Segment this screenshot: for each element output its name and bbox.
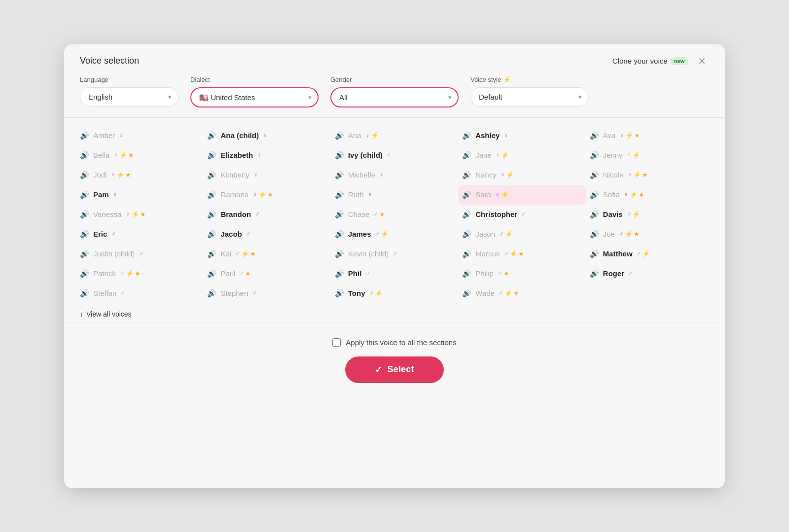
list-item[interactable]: 🔊Roger♂	[586, 264, 713, 284]
female-icon: ♀	[627, 151, 632, 159]
male-icon: ♂	[239, 270, 244, 277]
dialect-label: Dialect	[190, 76, 319, 83]
voice-selection-dialog: Voice selection Clone your voice new ✕ L…	[64, 44, 725, 488]
list-item[interactable]: 🔊Pam♀	[76, 185, 203, 205]
list-item[interactable]: 🔊Patrick♂⚡★	[76, 264, 203, 284]
voice-name: Elizabeth	[220, 151, 253, 159]
list-item[interactable]: 🔊Jane♀⚡	[458, 145, 585, 165]
voice-name: Patrick	[93, 269, 116, 278]
female-icon: ♀	[263, 132, 268, 139]
speaker-icon: 🔊	[462, 289, 471, 298]
list-item[interactable]: 🔊Vanessa♀⚡★	[76, 205, 203, 224]
voice-name: Ashley	[475, 131, 500, 140]
list-item[interactable]: 🔊Kai♂⚡★	[203, 244, 330, 264]
list-item[interactable]: 🔊Paul♂★	[203, 264, 330, 284]
list-item[interactable]: 🔊Kevin (child)♂	[331, 244, 458, 264]
voice-tags: ♂	[255, 211, 260, 218]
female-icon: ♀	[496, 151, 501, 159]
voice-name: James	[348, 230, 371, 238]
star-icon: ★	[135, 270, 141, 277]
list-item[interactable]: 🔊Tony♂⚡	[331, 284, 458, 303]
speaker-icon: 🔊	[207, 210, 216, 219]
voice-tags: ♀⚡	[627, 151, 641, 159]
list-item[interactable]: 🔊Elizabeth♀	[203, 145, 330, 165]
list-item[interactable]: 🔊Ana (child)♀	[203, 126, 330, 145]
speaker-icon: 🔊	[462, 210, 471, 219]
voice-name: Tony	[348, 289, 365, 297]
voice-name: Jacob	[220, 230, 242, 238]
voice-name: Christopher	[475, 210, 517, 218]
list-item[interactable]: 🔊Aria♀⚡	[331, 126, 458, 145]
speaker-icon: 🔊	[462, 249, 471, 258]
speaker-icon: 🔊	[335, 210, 344, 219]
speaker-icon: 🔊	[207, 190, 216, 199]
clone-voice-label[interactable]: Clone your voice new	[612, 57, 688, 65]
close-button[interactable]: ✕	[695, 55, 709, 67]
list-item[interactable]: 🔊Joe♂⚡★	[586, 224, 713, 244]
voice-name: Kevin (child)	[348, 249, 389, 258]
list-item[interactable]: 🔊Ava♀⚡★	[586, 126, 713, 145]
list-item[interactable]: 🔊Brandon♂	[203, 205, 330, 224]
list-item[interactable]: 🔊Jacob♂	[203, 224, 330, 244]
male-icon: ♂	[252, 289, 257, 297]
voicestyle-select[interactable]: Default	[470, 87, 589, 106]
gender-select-wrapper: All Female Male ▾	[330, 87, 459, 107]
list-item[interactable]: 🔊Amber♀	[76, 126, 203, 145]
list-item[interactable]: 🔊Sara♀⚡	[458, 185, 585, 205]
list-item[interactable]: 🔊Eric♂	[76, 224, 203, 244]
voice-tags: ♂⚡★	[235, 250, 256, 257]
list-item[interactable]: 🔊Phil♂	[331, 264, 458, 284]
star-icon: ★	[634, 132, 640, 139]
voice-tags: ♀	[253, 171, 258, 178]
voice-name: Wade	[475, 289, 495, 297]
male-icon: ♂	[120, 270, 125, 277]
star-icon: ★	[250, 250, 256, 257]
language-select[interactable]: English	[80, 87, 179, 106]
bolt-icon: ⚡	[375, 289, 383, 297]
speaker-icon: 🔊	[80, 190, 89, 199]
list-item[interactable]: 🔊Michelle♀	[331, 165, 458, 185]
list-item[interactable]: 🔊Matthew♂⚡	[586, 244, 713, 264]
list-item[interactable]: 🔊Bella♀⚡★	[76, 145, 203, 165]
list-item[interactable]: 🔊Jodi♀⚡★	[76, 165, 203, 185]
female-icon: ♀	[387, 151, 392, 159]
speaker-icon: 🔊	[335, 190, 344, 199]
list-item[interactable]: 🔊Nancy♀⚡	[458, 165, 585, 185]
select-button[interactable]: ✓ Select	[345, 356, 443, 383]
voice-tags: ♂	[120, 289, 125, 297]
gender-select[interactable]: All Female Male	[330, 87, 459, 107]
list-item[interactable]: 🔊Nicole♀⚡★	[586, 165, 713, 185]
dialect-select[interactable]: 🇺🇸 United States	[190, 87, 319, 107]
list-item[interactable]: 🔊Ruth♀	[331, 185, 458, 205]
apply-checkbox[interactable]	[332, 338, 341, 347]
list-item[interactable]: 🔊James♂⚡	[331, 224, 458, 244]
female-icon: ♀	[257, 151, 262, 159]
list-item[interactable]: 🔊Jason♂⚡	[458, 224, 585, 244]
speaker-icon: 🔊	[590, 171, 599, 179]
list-item[interactable]: 🔊Ramona♀⚡★	[203, 185, 330, 205]
speaker-icon: 🔊	[335, 289, 344, 298]
list-item[interactable]: 🔊Kimberly♀	[203, 165, 330, 185]
view-all-voices[interactable]: ↓ View all voices	[64, 305, 725, 327]
list-item[interactable]: 🔊Chase♂★	[331, 205, 458, 224]
female-icon: ♀	[113, 151, 118, 159]
list-item[interactable]: 🔊Ashley♀	[458, 126, 585, 145]
list-item[interactable]: 🔊Christopher♂	[458, 205, 585, 224]
voice-tags: ♀	[387, 151, 392, 159]
voice-tags: ♂	[111, 230, 116, 238]
male-icon: ♂	[628, 270, 633, 277]
female-icon: ♀	[503, 132, 508, 139]
list-item[interactable]: 🔊Justin (child)♂	[76, 244, 203, 264]
list-item[interactable]: 🔊Wade♂⚡★	[458, 284, 585, 303]
list-item[interactable]: 🔊Steffan♂	[76, 284, 203, 303]
list-item[interactable]: 🔊Jenny♀⚡	[586, 145, 713, 165]
list-item[interactable]: 🔊Stephen♂	[203, 284, 330, 303]
female-icon: ♀	[252, 191, 257, 198]
list-item[interactable]: 🔊Philip♂★	[458, 264, 585, 284]
list-item[interactable]: 🔊Sofia♀⚡★	[586, 185, 713, 205]
voice-tags: ♀	[257, 151, 262, 159]
list-item[interactable]: 🔊Ivy (child)♀	[331, 145, 458, 165]
speaker-icon: 🔊	[207, 151, 216, 160]
list-item[interactable]: 🔊Marcus♂⚡★	[458, 244, 585, 264]
list-item[interactable]: 🔊Davis♂⚡	[586, 205, 713, 224]
